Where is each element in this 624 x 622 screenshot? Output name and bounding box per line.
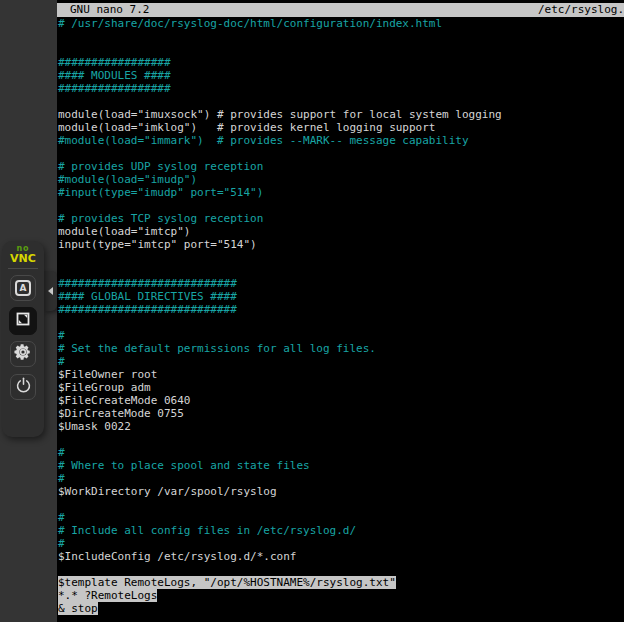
editor-line: $WorkDirectory /var/spool/rsyslog — [58, 485, 624, 498]
terminal-screen[interactable]: GNU nano 7.2 /etc/rsyslog. # /usr/share/… — [57, 0, 624, 622]
editor-line: $FileOwner root — [58, 368, 624, 381]
editor-line — [58, 316, 624, 329]
editor-line: # — [58, 446, 624, 459]
novnc-logo: no VNC — [2, 245, 44, 264]
editor-line: ########################### — [58, 277, 624, 290]
toolbar-divider — [8, 268, 38, 269]
editor-line: module(load="imuxsock") # provides suppo… — [58, 108, 624, 121]
nano-filename-label: /etc/rsyslog. — [538, 3, 624, 17]
editor-line: *.* ?RemoteLogs — [58, 589, 624, 602]
editor-line: # Set the default permissions for all lo… — [58, 342, 624, 355]
nano-titlebar: GNU nano 7.2 /etc/rsyslog. — [57, 3, 624, 17]
editor-line: ################# — [58, 82, 624, 95]
editor-line: ########################### — [58, 303, 624, 316]
editor-line: $FileGroup adm — [58, 381, 624, 394]
editor-line — [58, 199, 624, 212]
editor-line — [58, 498, 624, 511]
editor-line: # Where to place spool and state files — [58, 459, 624, 472]
editor-line: $DirCreateMode 0755 — [58, 407, 624, 420]
editor-line: #input(type="imudp" port="514") — [58, 186, 624, 199]
editor-line: $IncludeConfig /etc/rsyslog.d/*.conf — [58, 550, 624, 563]
vnc-control-bar: no VNC A — [2, 241, 44, 437]
disconnect-button[interactable] — [10, 374, 36, 400]
editor-line: # — [58, 329, 624, 342]
editor-line: $Umask 0022 — [58, 420, 624, 433]
keyboard-button[interactable]: A — [10, 275, 36, 301]
editor-line: # /usr/share/doc/rsyslog-doc/html/config… — [58, 17, 624, 30]
editor-line — [58, 433, 624, 446]
editor-line: #module(load="immark") # provides --MARK… — [58, 134, 624, 147]
editor-line: module(load="imtcp") — [58, 225, 624, 238]
editor-line — [58, 251, 624, 264]
editor-line — [58, 563, 624, 576]
gear-icon — [14, 343, 32, 365]
editor-line: # — [58, 355, 624, 368]
editor-line: ################# — [58, 56, 624, 69]
editor-lines: # /usr/share/doc/rsyslog-doc/html/config… — [58, 17, 624, 615]
chevron-left-icon — [48, 287, 53, 295]
fullscreen-icon — [15, 311, 31, 331]
editor-line: #module(load="imudp") — [58, 173, 624, 186]
toolbar-collapse-handle[interactable] — [44, 271, 57, 311]
editor-line: #### GLOBAL DIRECTIVES #### — [58, 290, 624, 303]
editor-line: # provides TCP syslog reception — [58, 212, 624, 225]
editor-line — [58, 95, 624, 108]
editor-line: #### MODULES #### — [58, 69, 624, 82]
editor-line: $FileCreateMode 0640 — [58, 394, 624, 407]
editor-line: # — [58, 472, 624, 485]
editor-line: $template RemoteLogs, "/opt/%HOSTNAME%/r… — [58, 576, 624, 589]
nano-version-label: GNU nano 7.2 — [57, 3, 149, 17]
editor-line: input(type="imtcp" port="514") — [58, 238, 624, 251]
fullscreen-button[interactable] — [9, 307, 37, 335]
novnc-logo-vnc: VNC — [2, 253, 44, 264]
editor-line — [58, 264, 624, 277]
editor-line: # — [58, 537, 624, 550]
power-icon — [15, 377, 32, 398]
editor-line — [58, 43, 624, 56]
editor-line: # provides UDP syslog reception — [58, 160, 624, 173]
keyboard-a-icon: A — [15, 280, 31, 296]
editor-line: # — [58, 511, 624, 524]
settings-button[interactable] — [10, 341, 36, 367]
editor-line — [58, 147, 624, 160]
editor-line: & stop — [58, 602, 624, 615]
editor-line: # Include all config files in /etc/rsysl… — [58, 524, 624, 537]
editor-line: module(load="imklog") # provides kernel … — [58, 121, 624, 134]
editor-line — [58, 30, 624, 43]
